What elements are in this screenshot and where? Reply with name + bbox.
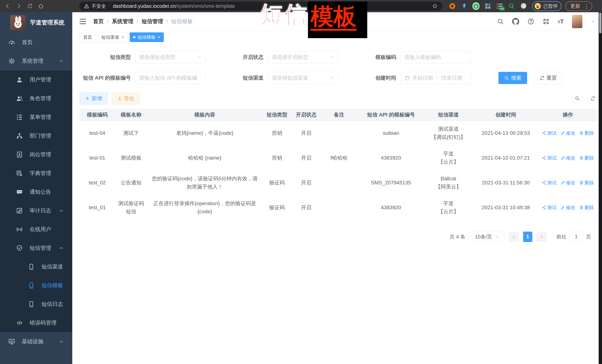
list-extension-icon[interactable]: on (496, 3, 503, 10)
export-button[interactable]: 导出 (112, 93, 140, 104)
user-avatar[interactable] (572, 15, 582, 28)
pin-extension-icon[interactable] (461, 3, 468, 10)
help-icon[interactable] (527, 18, 534, 25)
test-button[interactable]: 测试 (542, 129, 557, 137)
browser-forward-icon[interactable] (14, 2, 23, 10)
sidebar-item-dict-management[interactable]: 字典管理 (0, 164, 72, 183)
sidebar-item-sms-channel[interactable]: 短信渠道 (0, 257, 72, 276)
sidebar-item-sms-template[interactable]: 短信模板 (0, 276, 72, 295)
reset-button[interactable]: 重置 (535, 72, 562, 84)
sidebar-item-error-code-management[interactable]: 错误码管理 (0, 313, 72, 332)
app-logo-row[interactable]: 芋道管理系统 (0, 12, 72, 33)
sidebar-item-user-management[interactable]: 用户管理 (0, 70, 72, 89)
tab-sms-channel[interactable]: 短信渠道× (98, 32, 128, 42)
sidebar-item-notice-announcement[interactable]: 通知公告 (0, 183, 72, 201)
sidebar-item-sms-log[interactable]: 短信日志 (0, 295, 72, 313)
fullscreen-icon[interactable] (543, 18, 549, 25)
bookmark-star-icon[interactable] (432, 3, 438, 9)
cell-sms-type: 营销 (262, 121, 292, 146)
sidebar-item-home[interactable]: 首页 (0, 33, 72, 52)
total-count: 共 4 条 (450, 233, 465, 240)
goto-page-input[interactable] (570, 232, 583, 242)
browser-reload-icon[interactable] (26, 2, 34, 10)
page-url[interactable]: dashboard.yudao.iocoder.cn/system/sms/sm… (113, 3, 235, 9)
delete-button[interactable]: 删除 (579, 203, 594, 212)
github-icon[interactable] (512, 18, 519, 25)
browser-update-button[interactable]: 更新 ⋮ (566, 1, 592, 11)
menu-tree-icon (16, 114, 23, 121)
select-placeholder: 请选择开启状态 (272, 54, 308, 61)
edit-icon (560, 156, 565, 160)
table-row: test_01测试验证码短信正在进行登录操作{operation}，您的验证码是… (80, 195, 597, 220)
breadcrumb-separator: / (137, 19, 138, 25)
sidebar-item-online-users[interactable]: 在线用户 (0, 220, 72, 239)
toggle-search-button[interactable] (572, 93, 583, 104)
url-path: /system/sms/sms-template (176, 3, 235, 9)
profile-paused-badge[interactable]: 已暂停 (532, 1, 561, 11)
sidebar-item-label: 岗位管理 (30, 151, 51, 158)
breadcrumb-item[interactable]: 短信管理 (141, 18, 163, 25)
y-extension-icon[interactable]: y (473, 3, 480, 10)
create-time-range[interactable]: 开始日期-结束日期 (401, 72, 471, 84)
edit-button[interactable]: 修改 (560, 179, 576, 187)
browser-menu-icon[interactable]: ⋮ (584, 3, 589, 10)
refresh-button[interactable] (588, 93, 598, 104)
breadcrumb-item[interactable]: 系统管理 (112, 18, 133, 25)
sidebar-item-role-management[interactable]: 角色管理 (0, 89, 72, 108)
sidebar-item-dept-management[interactable]: 部门管理 (0, 126, 72, 145)
breadcrumb-item[interactable]: 首页 (93, 18, 104, 25)
cell-api-template-id: suibian (358, 121, 424, 146)
sidebar-item-post-management[interactable]: 岗位管理 (0, 145, 72, 164)
close-tab-icon[interactable]: × (121, 35, 124, 40)
delete-button[interactable]: 删除 (579, 179, 594, 187)
delete-button[interactable]: 删除 (579, 129, 594, 137)
font-size-icon[interactable]: TT (558, 18, 564, 25)
sidebar-collapse-icon[interactable] (79, 18, 87, 25)
action-label: 测试 (547, 179, 557, 187)
cell-template-content: 您的验证码{code}，该验证码5分钟内有效，请勿泄漏于他人！ (147, 170, 262, 195)
test-button[interactable]: 测试 (542, 154, 557, 162)
close-tab-icon[interactable]: × (158, 35, 160, 40)
browser-scrollbar[interactable] (599, 12, 602, 364)
page-number-1[interactable]: 1 (523, 232, 532, 242)
tab-home[interactable]: 首页 (80, 32, 96, 42)
edit-button[interactable]: 修改 (560, 203, 576, 212)
page-size-select[interactable]: 10条/页 (469, 232, 505, 242)
add-button[interactable]: 新增 (80, 93, 108, 104)
breadcrumb: 首页/系统管理/短信管理/短信模板 (93, 18, 193, 25)
sidebar-item-label: 系统管理 (22, 57, 43, 65)
search-button[interactable]: 搜索 (498, 72, 527, 84)
sidebar-item-menu-management[interactable]: 菜单管理 (0, 108, 72, 126)
sidebar-item-audit-log[interactable]: 审计日志 (0, 201, 72, 220)
enable-status-select[interactable]: 请选择开启状态 (268, 51, 338, 63)
search-icon[interactable] (497, 18, 504, 25)
api-template-id-input[interactable]: 请输入短信 API 的模板编 (135, 72, 206, 84)
magnifier-extension-icon[interactable] (508, 3, 515, 10)
scrollbar-thumb[interactable] (599, 13, 602, 33)
grid-extension-icon[interactable] (484, 3, 491, 10)
sms-type-select[interactable]: 请选择短信类型 (135, 51, 206, 63)
sidebar-item-system-management[interactable]: 系统管理 (0, 52, 72, 70)
browser-back-icon[interactable] (3, 2, 12, 10)
column-header: 短信类型 (262, 109, 292, 121)
chevron-down-icon[interactable] (591, 19, 595, 24)
chevron-right-icon (539, 234, 544, 239)
puzzle-extensions-icon[interactable] (520, 3, 527, 10)
next-page-button[interactable] (537, 232, 547, 242)
sms-channel-select[interactable]: 请选择短信渠道 (268, 72, 338, 84)
delete-button[interactable]: 删除 (579, 154, 594, 162)
select-caret-icon (197, 55, 202, 60)
test-button[interactable]: 测试 (542, 203, 557, 212)
template-code-input[interactable]: 请输入模板编码 (401, 51, 471, 63)
extension-icon[interactable] (449, 3, 456, 10)
announcement-icon (16, 188, 23, 196)
sidebar-item-sms-management[interactable]: 短信管理 (0, 239, 72, 257)
not-secure-warning[interactable]: 不安全 (84, 3, 106, 10)
prev-page-button[interactable] (509, 232, 519, 242)
tab-sms-template[interactable]: 短信模板× (130, 32, 164, 42)
edit-button[interactable]: 修改 (560, 154, 576, 162)
edit-button[interactable]: 修改 (560, 129, 576, 137)
sidebar-item-infrastructure[interactable]: 基础设施 (0, 332, 72, 351)
browser-home-icon[interactable] (37, 2, 45, 10)
test-button[interactable]: 测试 (542, 179, 557, 187)
